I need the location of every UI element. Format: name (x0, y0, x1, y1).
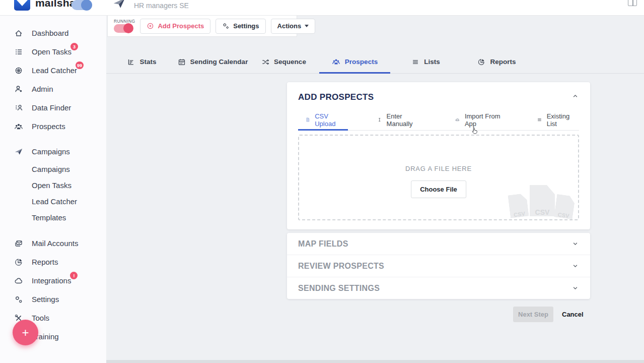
csv-file-graphic: CSV (554, 194, 576, 220)
sidebar-item-label: Integrations (32, 276, 71, 285)
chevron-down-icon (571, 262, 579, 270)
sidebar-subitem-campaigns[interactable]: Campaigns (0, 161, 106, 177)
tab-reports[interactable]: Reports (461, 50, 532, 73)
sidebar-item-open-tasks[interactable]: Open Tasks3 (0, 42, 106, 61)
sidebar-item-label: Reports (32, 258, 58, 266)
lead-catcher-badge: 99 (76, 62, 84, 69)
sidebar-item-mail-accounts[interactable]: Mail Accounts (0, 234, 106, 253)
subtab-label: Import From App (465, 112, 500, 128)
integrations-badge: ! (70, 272, 78, 279)
sidebar-item-label: Mail Accounts (32, 239, 79, 248)
chevron-down-icon (571, 240, 579, 248)
calendar-icon (178, 58, 186, 66)
settings-label: Settings (233, 22, 259, 30)
cloud-download-icon (455, 116, 460, 124)
cloud-icon (14, 276, 23, 285)
plus-icon: + (22, 326, 29, 340)
sidebar-subitem-label: Templates (32, 213, 66, 222)
sidebar-item-label: Tools (32, 314, 49, 322)
sidebar-subitem-label: Lead Catcher (32, 197, 77, 206)
brand-toggle-knob (81, 0, 92, 11)
csv-file-icon (305, 116, 310, 124)
pie-chart-icon (477, 58, 485, 66)
people-group-icon (332, 57, 340, 66)
cancel-button[interactable]: Cancel (562, 307, 584, 322)
add-prospects-label: Add Prospects (158, 22, 204, 30)
sidebar-item-reports[interactable]: Reports (0, 253, 106, 271)
sidebar-item-label: Data Finder (32, 103, 71, 112)
subtab-label: Existing List (547, 112, 572, 128)
workflow-sections: MAP FIELDS REVIEW PROSPECTS SENDING SETT… (287, 233, 590, 299)
sidebar-item-dashboard[interactable]: Dashboard (0, 24, 106, 42)
sidebar-item-admin[interactable]: Admin (0, 80, 106, 98)
add-fab-button[interactable]: + (13, 320, 38, 345)
circle-plus-icon (147, 22, 154, 30)
sidebar-item-label: Prospects (32, 122, 65, 131)
subtab-label: Enter Manually (387, 112, 418, 128)
chevron-down-icon (305, 25, 309, 27)
dropzone-hint: DRAG A FILE HERE (299, 165, 578, 172)
collapse-panel-button[interactable] (571, 92, 579, 100)
lines-icon (411, 58, 419, 66)
sidebar-subitem-label: Open Tasks (32, 181, 71, 190)
brand-toggle[interactable] (71, 0, 92, 10)
csv-file-graphic: CSV (508, 193, 529, 218)
tab-lists[interactable]: Lists (390, 50, 461, 73)
section-label: SENDING SETTINGS (298, 284, 380, 293)
sidebar-item-label: Dashboard (32, 29, 68, 37)
stats-icon (127, 58, 135, 66)
pie-chart-icon (14, 258, 23, 267)
tab-label: Prospects (345, 58, 378, 66)
sidebar-subitem-lead-catcher[interactable]: Lead Catcher (0, 193, 106, 209)
sidebar-item-integrations[interactable]: Integrations! (0, 271, 106, 290)
tab-label: Sending Calendar (190, 58, 248, 66)
section-label: REVIEW PROSPECTS (298, 262, 384, 271)
hand-cursor-icon (470, 126, 479, 138)
layout-grid-icon[interactable] (628, 0, 637, 6)
running-toggle[interactable] (114, 24, 133, 33)
sidebar-item-label: Open Tasks (32, 47, 71, 56)
subtab-existing-list[interactable]: Existing List (530, 109, 579, 130)
sidebar-item-prospects[interactable]: Prospects (0, 117, 106, 136)
running-status-label: RUNNING (114, 19, 135, 24)
section-label: MAP FIELDS (298, 239, 348, 249)
csv-file-graphic: CSV (530, 185, 555, 216)
tab-label: Stats (139, 58, 156, 66)
sidebar-item-data-finder[interactable]: Data Finder (0, 98, 106, 117)
csv-files-graphic: CSV CSV CSV (509, 185, 574, 218)
tab-stats[interactable]: Stats (106, 50, 177, 73)
people-group-icon (14, 122, 23, 131)
campaign-action-bar: RUNNING Add Prospects Settings Actions (107, 16, 297, 37)
import-method-tabs: CSV Upload Enter Manually Import From Ap… (298, 109, 579, 131)
web-icon (14, 66, 23, 75)
section-sending-settings[interactable]: SENDING SETTINGS (287, 277, 590, 299)
running-toggle-knob (123, 23, 133, 33)
add-prospects-button[interactable]: Add Prospects (140, 19, 210, 34)
section-review-prospects[interactable]: REVIEW PROSPECTS (287, 255, 590, 277)
actions-label: Actions (277, 22, 302, 30)
choose-file-button[interactable]: Choose File (411, 180, 466, 198)
sidebar: Dashboard Open Tasks3 Lead Catcher99 Adm… (0, 16, 106, 363)
subtab-label: CSV Upload (315, 112, 341, 128)
chevron-down-icon (571, 284, 579, 292)
subtab-enter-manually[interactable]: Enter Manually (370, 109, 425, 130)
sidebar-item-campaigns[interactable]: Campaigns (0, 142, 106, 161)
campaign-settings-button[interactable]: Settings (216, 19, 265, 34)
sidebar-item-lead-catcher[interactable]: Lead Catcher99 (0, 61, 106, 80)
tab-prospects[interactable]: Prospects (319, 50, 390, 73)
sidebar-subitem-templates[interactable]: Templates (0, 209, 106, 225)
home-icon (14, 29, 23, 38)
sidebar-subitem-open-tasks[interactable]: Open Tasks (0, 177, 106, 193)
actions-dropdown-button[interactable]: Actions (271, 19, 316, 34)
chevron-up-icon (571, 92, 579, 100)
subtab-csv-upload[interactable]: CSV Upload (298, 109, 348, 130)
next-step-button[interactable]: Next Step (513, 307, 553, 322)
tab-sending-calendar[interactable]: Sending Calendar (177, 50, 248, 73)
add-prospects-panel: ADD PROSPECTS CSV Upload Enter Manually … (287, 82, 590, 229)
gears-icon (14, 295, 23, 304)
sidebar-item-settings[interactable]: Settings (0, 290, 106, 309)
file-dropzone[interactable]: DRAG A FILE HERE Choose File CSV CSV CSV (298, 135, 579, 220)
paper-plane-icon (14, 147, 23, 156)
section-map-fields[interactable]: MAP FIELDS (287, 233, 590, 255)
tab-sequence[interactable]: Sequence (248, 50, 319, 73)
